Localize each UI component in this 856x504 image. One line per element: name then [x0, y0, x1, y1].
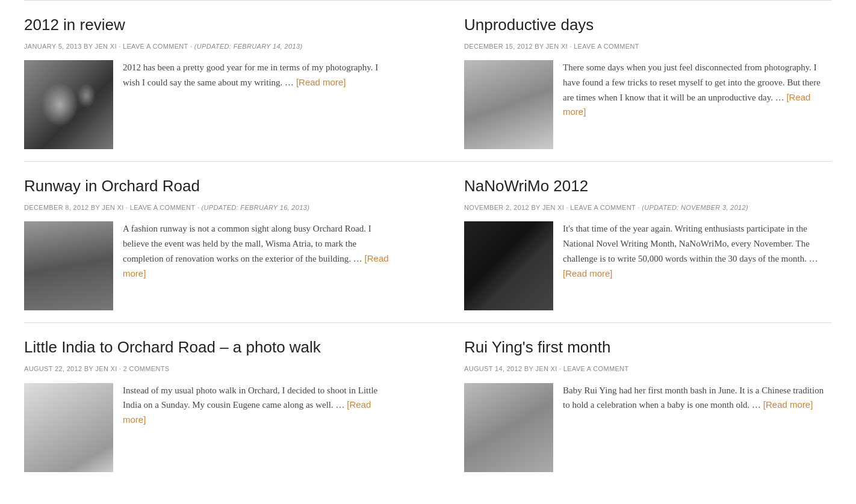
post-author: JEN XI	[102, 204, 123, 211]
post-item-unproductive-days: Unproductive days DECEMBER 15, 2012 BY J…	[428, 0, 832, 161]
post-content: A fashion runway is not a common sight a…	[24, 221, 392, 310]
post-meta: NOVEMBER 2, 2012 BY JEN XI · LEAVE A COM…	[464, 203, 832, 214]
post-image-inner	[464, 221, 553, 310]
post-image-inner	[464, 60, 553, 149]
read-more-link[interactable]: [Read more]	[123, 253, 389, 278]
post-image-inner	[24, 60, 113, 149]
leave-comment-link[interactable]: LEAVE A COMMENT	[574, 43, 639, 50]
post-meta: DECEMBER 15, 2012 BY JEN XI · LEAVE A CO…	[464, 41, 832, 52]
meta-separator: ·	[126, 204, 130, 211]
read-more-link[interactable]: [Read more]	[563, 92, 810, 117]
post-excerpt: A fashion runway is not a common sight a…	[123, 221, 392, 281]
post-author: JEN XI	[95, 365, 117, 372]
meta-separator: ·	[119, 43, 123, 50]
post-image	[464, 60, 553, 149]
posts-grid: 2012 in review JANUARY 5, 2013 BY JEN XI…	[24, 0, 832, 484]
post-updated-date: (UPDATED: FEBRUARY 16, 2013)	[202, 204, 310, 211]
post-date: DECEMBER 15, 2012	[464, 43, 533, 50]
post-image-inner	[464, 383, 553, 472]
post-title: NaNoWriMo 2012	[464, 174, 832, 199]
post-date: JANUARY 5, 2013	[24, 43, 82, 50]
post-image	[24, 383, 113, 472]
post-item-nanowrimo-2012: NaNoWriMo 2012 NOVEMBER 2, 2012 BY JEN X…	[428, 161, 832, 322]
post-date: DECEMBER 8, 2012	[24, 204, 88, 211]
post-author: JEN XI	[546, 43, 568, 50]
post-image	[464, 383, 553, 472]
page-wrapper: 2012 in review JANUARY 5, 2013 BY JEN XI…	[0, 0, 856, 484]
post-content: It's that time of the year again. Writin…	[464, 221, 832, 310]
post-item-little-india-to-orchard-road: Little India to Orchard Road – a photo w…	[24, 322, 428, 484]
post-by: BY	[535, 43, 546, 50]
read-more-link[interactable]: [Readmore]	[123, 399, 371, 425]
post-author: JEN XI	[95, 43, 117, 50]
post-content: There some days when you just feel disco…	[464, 60, 832, 149]
leave-comment-link[interactable]: LEAVE A COMMENT	[563, 365, 629, 372]
read-more-link[interactable]: [Read more]	[563, 268, 613, 278]
meta-separator: ·	[119, 365, 123, 372]
post-author: JEN XI	[542, 204, 564, 211]
read-more-link[interactable]: [Read more]	[296, 77, 346, 87]
post-title: Unproductive days	[464, 13, 832, 38]
post-title: Little India to Orchard Road – a photo w…	[24, 335, 392, 360]
post-item-2012-in-review: 2012 in review JANUARY 5, 2013 BY JEN XI…	[24, 0, 428, 161]
post-by: BY	[531, 204, 542, 211]
post-image-inner	[24, 383, 113, 472]
post-meta: JANUARY 5, 2013 BY JEN XI · LEAVE A COMM…	[24, 41, 392, 52]
post-excerpt: It's that time of the year again. Writin…	[563, 221, 832, 281]
leave-comment-link[interactable]: 2 COMMENTS	[123, 365, 170, 372]
post-excerpt: 2012 has been a pretty good year for me …	[123, 60, 392, 90]
leave-comment-link[interactable]: LEAVE A COMMENT	[130, 204, 196, 211]
meta-separator: ·	[559, 365, 563, 372]
leave-comment-link[interactable]: LEAVE A COMMENT	[570, 204, 636, 211]
post-title: 2012 in review	[24, 13, 392, 38]
post-image	[24, 60, 113, 149]
post-date: AUGUST 14, 2012	[464, 365, 522, 372]
post-author: JEN XI	[535, 365, 557, 372]
post-by: BY	[91, 204, 102, 211]
post-item-runway-in-orchard-road: Runway in Orchard Road DECEMBER 8, 2012 …	[24, 161, 428, 322]
post-title: Rui Ying's first month	[464, 335, 832, 360]
post-by: BY	[84, 43, 95, 50]
post-image	[464, 221, 553, 310]
post-content: 2012 has been a pretty good year for me …	[24, 60, 392, 149]
post-meta: AUGUST 14, 2012 BY JEN XI · LEAVE A COMM…	[464, 364, 832, 375]
post-content: Baby Rui Ying had her first month bash i…	[464, 383, 832, 472]
post-excerpt: There some days when you just feel disco…	[563, 60, 832, 120]
post-updated-date: (UPDATED: FEBRUARY 14, 2013)	[194, 43, 303, 50]
post-by: BY	[84, 365, 96, 372]
post-meta: AUGUST 22, 2012 BY JEN XI · 2 COMMENTS	[24, 364, 392, 375]
post-meta: DECEMBER 8, 2012 BY JEN XI · LEAVE A COM…	[24, 203, 392, 214]
post-date: NOVEMBER 2, 2012	[464, 204, 529, 211]
post-date: AUGUST 22, 2012	[24, 365, 82, 372]
read-more-link[interactable]: [Read more]	[763, 399, 813, 410]
post-excerpt: Instead of my usual photo walk in Orchar…	[123, 383, 392, 428]
post-title: Runway in Orchard Road	[24, 174, 392, 199]
post-content: Instead of my usual photo walk in Orchar…	[24, 383, 392, 472]
post-updated-date: (UPDATED: NOVEMBER 3, 2012)	[642, 204, 748, 211]
post-item-rui-ying-first-month: Rui Ying's first month AUGUST 14, 2012 B…	[428, 322, 832, 484]
post-excerpt: Baby Rui Ying had her first month bash i…	[563, 383, 832, 413]
post-image	[24, 221, 113, 310]
leave-comment-link[interactable]: LEAVE A COMMENT	[123, 43, 188, 50]
post-image-inner	[24, 221, 113, 310]
post-by: BY	[524, 365, 536, 372]
